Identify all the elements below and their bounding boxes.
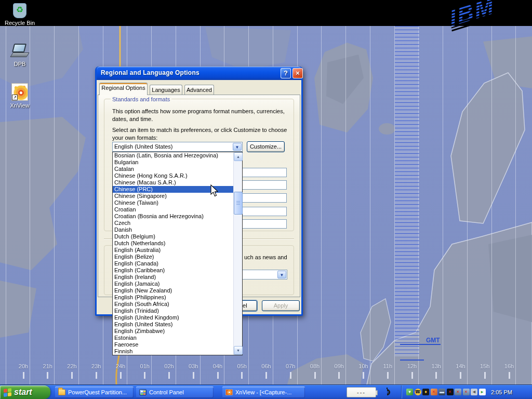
mouse-cursor xyxy=(210,184,220,198)
desktop-icon-recycle-bin[interactable]: ♻ Recycle Bin xyxy=(1,3,38,26)
timezone-line xyxy=(78,26,79,384)
taskbar-window-button[interactable]: XnView - [<Capture-... xyxy=(222,387,305,398)
timezone-line xyxy=(467,26,468,384)
signal-blocked-tray-icon[interactable]: × xyxy=(447,389,454,395)
language-option[interactable]: Faeroese xyxy=(113,341,233,348)
language-option[interactable]: Bosnian (Latin, Bosnia and Herzegovina) xyxy=(113,152,233,159)
language-option[interactable]: Chinese (Taiwan) xyxy=(113,200,233,206)
language-option[interactable]: Croatian (Bosnia and Herzegovina) xyxy=(113,213,233,220)
timezone-tick xyxy=(120,372,122,379)
tab-regional-options[interactable]: Regional Options xyxy=(99,83,148,95)
control-panel-icon xyxy=(139,389,147,395)
language-option[interactable]: English (Australia) xyxy=(113,247,233,254)
tray-icons: ▾☎♦×▬×××◄▸ xyxy=(406,389,486,395)
taskbar-clock[interactable]: 2:05 PM xyxy=(491,389,512,395)
timezone-line xyxy=(321,26,322,384)
network-tray-icon[interactable]: ▬ xyxy=(438,389,445,395)
ac-power-plug-icon[interactable] xyxy=(382,388,392,397)
system-tray: ▾☎♦×▬×××◄▸ 2:05 PM xyxy=(401,385,532,398)
desktop-icon-label: DPB xyxy=(1,61,38,67)
timezone-label: 03h xyxy=(185,363,202,369)
power-meter-tray-icon[interactable]: ♦ xyxy=(422,389,429,395)
language-option[interactable]: Finnish xyxy=(113,348,233,355)
scrollbar-thumb[interactable] xyxy=(234,192,243,215)
language-option[interactable]: English (Canada) xyxy=(113,260,233,267)
timezone-label: 08h xyxy=(307,363,323,369)
start-button[interactable]: start xyxy=(0,385,50,399)
taskbar-window-button[interactable]: PowerQuest Partition... xyxy=(55,387,134,398)
language-option[interactable]: Chinese (Hong Kong S.A.R.) xyxy=(113,172,233,179)
standards-description: This option affects how some programs fo… xyxy=(112,108,291,123)
language-option[interactable]: English (Belize) xyxy=(113,254,233,260)
chevron-down-icon[interactable]: ▼ xyxy=(277,271,286,278)
language-option[interactable]: Croatian xyxy=(113,206,233,213)
timezone-tick xyxy=(460,372,461,379)
language-option[interactable]: Danish xyxy=(113,227,233,233)
timezone-tick xyxy=(338,372,340,379)
gmt-underline xyxy=(400,344,441,345)
taskbar-window-button[interactable]: Control Panel xyxy=(136,387,214,398)
chevron-down-icon[interactable]: ▼ xyxy=(233,143,242,151)
language-option[interactable]: English (United Kingdom) xyxy=(113,314,233,321)
timezone-label: 14h xyxy=(453,363,469,369)
group-title: Standards and formats xyxy=(111,96,171,102)
close-button[interactable]: × xyxy=(292,68,303,78)
timezone-label: 02h xyxy=(161,363,178,369)
language-option[interactable]: English (Jamaica) xyxy=(113,281,233,287)
timezone-line xyxy=(443,26,443,384)
display-tray-icon[interactable]: ▸ xyxy=(479,389,486,395)
volume-tray-icon[interactable]: ◄ xyxy=(471,389,477,395)
language-option[interactable]: English (Philippines) xyxy=(113,294,233,301)
offline-users-tray-icon[interactable]: × xyxy=(431,389,437,395)
language-option[interactable]: English (Trinidad) xyxy=(113,308,233,314)
language-option[interactable]: Estonian xyxy=(113,335,233,341)
timezone-tick xyxy=(23,372,24,379)
scrollbar[interactable]: ▲ ▼ xyxy=(233,152,242,355)
language-option[interactable]: English (New Zealand) xyxy=(113,287,233,294)
phone-tray-icon[interactable]: ☎ xyxy=(415,389,421,395)
language-option[interactable]: Dutch (Belgium) xyxy=(113,233,233,240)
language-option[interactable]: Czech xyxy=(113,220,233,227)
desktop: GMT 20h21h22h23h24h01h02h03h04h05h06h07h… xyxy=(0,0,532,399)
help-button[interactable]: ? xyxy=(281,68,291,78)
taskbar-button-label: XnView - [<Capture-... xyxy=(235,389,291,395)
battery-meter[interactable]: --- xyxy=(347,387,376,397)
format-combobox[interactable]: English (United States) ▼ xyxy=(112,142,243,152)
timezone-tick xyxy=(387,372,389,379)
timezone-tick xyxy=(484,372,486,379)
tab-languages[interactable]: Languages xyxy=(150,85,182,95)
timezone-tick xyxy=(47,372,48,379)
wireless-off-tray-icon[interactable]: × xyxy=(463,389,470,395)
language-option[interactable]: Dutch (Netherlands) xyxy=(113,240,233,247)
language-option[interactable]: English (Caribbean) xyxy=(113,267,233,274)
language-option[interactable]: Catalan xyxy=(113,166,233,172)
language-dropdown-list: Bosnian (Latin, Bosnia and Herzegovina)B… xyxy=(112,152,243,355)
apply-button: Apply xyxy=(262,300,300,311)
timezone-label: 09h xyxy=(331,363,348,369)
xnview-icon xyxy=(225,389,233,395)
desktop-icon-dpb[interactable]: DPB xyxy=(1,43,38,67)
customize-button[interactable]: Customize... xyxy=(247,141,285,152)
scroll-down-button[interactable]: ▼ xyxy=(234,346,243,355)
scroll-up-button[interactable]: ▲ xyxy=(234,152,243,161)
timezone-label: 15h xyxy=(476,363,493,369)
language-option[interactable]: English (Ireland) xyxy=(113,274,233,281)
timezone-label: 22h xyxy=(64,363,81,369)
format-combobox-value: English (United States) xyxy=(114,143,173,150)
language-option[interactable]: English (United States) xyxy=(113,321,233,328)
location-text-fragment: uch as news and xyxy=(244,254,296,261)
language-options: Bosnian (Latin, Bosnia and Herzegovina)B… xyxy=(113,152,233,355)
folder-icon xyxy=(58,389,65,395)
language-option[interactable]: English (Zimbabwe) xyxy=(113,328,233,335)
dialog-titlebar[interactable]: Regional and Language Options ? × xyxy=(97,66,301,80)
pc-disconnected-tray-icon[interactable]: × xyxy=(455,389,461,395)
language-option[interactable]: English (South Africa) xyxy=(113,301,233,308)
tab-advanced[interactable]: Advanced xyxy=(184,85,214,95)
language-option[interactable]: Bulgarian xyxy=(113,159,233,166)
timezone-label: 05h xyxy=(234,363,250,369)
desktop-icon-xnview[interactable]: ↗ XnView xyxy=(1,83,38,109)
timezone-tick xyxy=(144,372,145,379)
removable-hardware-tray-icon[interactable]: ▾ xyxy=(406,389,413,395)
windows-logo-icon xyxy=(4,388,11,397)
timezone-line xyxy=(515,26,516,384)
